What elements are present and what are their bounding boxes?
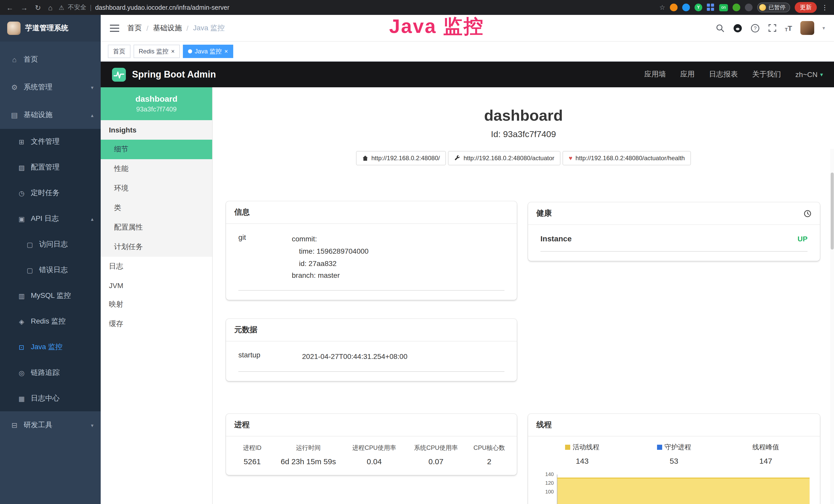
profile-paused-badge[interactable]: 已暂停 [757, 3, 790, 12]
tab-home[interactable]: 首页 [108, 45, 130, 58]
reload-icon[interactable]: ↻ [35, 3, 41, 12]
tab-redis-monitor[interactable]: Redis 监控 × [134, 45, 180, 58]
sidebar-item-config-manage[interactable]: ▨ 配置管理 [0, 155, 101, 180]
sba-nav-about[interactable]: 关于我们 [752, 70, 781, 79]
breadcrumb-current: Java 监控 [193, 23, 225, 32]
trace-menu-icon: ◎ [18, 369, 26, 377]
breadcrumb-home[interactable]: 首页 [127, 23, 142, 32]
sidebar-item-api-log[interactable]: ▣ API 日志 ▴ [0, 206, 101, 232]
git-commit-time: time: 1596289704000 [292, 246, 369, 258]
sidebar-item-access-log[interactable]: ▢ 访问日志 [0, 232, 101, 257]
house-icon [362, 155, 368, 161]
sidebar-item-redis-monitor[interactable]: ◈ Redis 监控 [0, 308, 101, 334]
threads-area-chart: 140 120 100 [536, 474, 812, 504]
extension-icon-dark[interactable] [745, 4, 752, 11]
breadcrumb-infra[interactable]: 基础设施 [153, 23, 182, 32]
extension-icon-grid[interactable] [707, 4, 715, 11]
security-label[interactable]: 不安全 [68, 3, 86, 12]
sba-language-select[interactable]: zh~CN ▾ [795, 70, 823, 78]
metadata-card-title: 元数据 [234, 325, 257, 335]
metadata-card: 元数据 startup 2021-04-27T00:44:31.254+08:0… [226, 319, 517, 381]
config-menu-icon: ▨ [18, 164, 26, 171]
sidebar-item-file-manage[interactable]: ⊞ 文件管理 [0, 129, 101, 155]
sidebar-item-java-monitor[interactable]: ⊡ Java 监控 [0, 334, 101, 360]
sba-nav-performance[interactable]: 性能 [101, 159, 212, 179]
extension-icon-orange[interactable] [670, 4, 678, 11]
status-badge: UP [797, 234, 808, 243]
sba-instance-header[interactable]: dashboard 93a3fc7f7409 [101, 87, 212, 120]
page-scrollbar[interactable] [830, 149, 834, 504]
help-icon[interactable]: ? [750, 23, 760, 32]
tab-java-monitor[interactable]: Java 监控 × [183, 45, 233, 58]
history-icon[interactable] [804, 209, 812, 217]
font-size-icon[interactable]: TT [785, 24, 792, 32]
y-tick-120: 120 [536, 480, 554, 486]
chevron-up-icon: ▴ [91, 112, 93, 118]
warning-icon: ⚠ [59, 4, 64, 11]
instance-page-id: Id: 93a3fc7f7409 [213, 130, 834, 140]
app-logo-row[interactable]: 芋道管理系统 [0, 15, 101, 42]
avatar-caret-icon[interactable]: ▾ [822, 25, 825, 31]
sba-nav-journal[interactable]: 日志报表 [709, 70, 738, 79]
github-icon[interactable] [733, 23, 742, 32]
close-icon[interactable]: × [224, 48, 228, 54]
instance-links: http://192.168.0.2:48080/ http://192.168… [213, 151, 834, 165]
health-card: 健康 Instance UP [528, 202, 820, 261]
sidebar-item-home[interactable]: ⌂ 首页 [0, 46, 101, 73]
sba-nav-caches[interactable]: 缓存 [101, 314, 212, 334]
url-text[interactable]: dashboard.yudao.iocoder.cn/infra/admin-s… [95, 4, 229, 11]
sba-nav-environment[interactable]: 环境 [101, 179, 212, 198]
close-icon[interactable]: × [171, 48, 175, 54]
chrome-update-button[interactable]: 更新 [795, 2, 817, 13]
extension-icon-blue-drop[interactable] [682, 4, 690, 11]
sba-nav-mappings[interactable]: 映射 [101, 295, 212, 314]
sidebar-item-error-log[interactable]: ▢ 错误日志 [0, 257, 101, 283]
extension-icon-leaf[interactable] [732, 4, 740, 11]
fullscreen-icon[interactable] [768, 24, 777, 32]
sba-nav-logs[interactable]: 日志 [101, 257, 212, 276]
sba-nav-jvm[interactable]: JVM [101, 276, 212, 295]
mysql-menu-icon: ▥ [18, 292, 26, 300]
health-link[interactable]: ♥ http://192.168.0.2:48080/actuator/heal… [563, 151, 691, 165]
sba-nav-classes[interactable]: 类 [101, 198, 212, 218]
scrollbar-thumb[interactable] [831, 173, 834, 250]
tags-view-bar: 首页 Redis 监控 × Java 监控 × [101, 42, 834, 62]
sba-sidebar: dashboard 93a3fc7f7409 Insights 细节 性能 环境… [101, 87, 213, 504]
sba-nav-scheduled-tasks[interactable]: 计划任务 [101, 237, 212, 257]
user-avatar[interactable] [800, 21, 814, 35]
sidebar-item-system-manage[interactable]: ⚙ 系统管理 ▾ [0, 73, 101, 101]
extension-icon-green-y[interactable]: Y [695, 4, 702, 11]
chevron-down-icon: ▾ [820, 71, 823, 78]
chrome-menu-icon[interactable]: ⋮ [821, 4, 828, 11]
bookmark-star-icon[interactable]: ☆ [659, 4, 665, 11]
system-cpu-usage: 系统CPU使用率 0.07 [405, 444, 467, 466]
sidebar-item-dev-tools[interactable]: ⊟ 研发工具 ▾ [0, 411, 101, 439]
address-bar[interactable]: ⚠ 不安全 | dashboard.yudao.iocoder.cn/infra… [59, 3, 229, 12]
forward-icon[interactable]: → [21, 3, 28, 12]
sba-brand-title[interactable]: Spring Boot Admin [132, 69, 216, 80]
threads-card: 线程 活动线程 143 守护进程 53 线程峰值 147 [528, 414, 820, 504]
metadata-startup-row: startup 2021-04-27T00:44:31.254+08:00 [238, 344, 504, 372]
search-icon[interactable] [716, 23, 725, 32]
doc-icon: ▢ [26, 266, 34, 274]
sba-nav-config-props[interactable]: 配置属性 [101, 218, 212, 237]
hamburger-icon[interactable] [110, 24, 119, 31]
sidebar-item-mysql-monitor[interactable]: ▥ MySQL 监控 [0, 283, 101, 308]
sba-nav-wallboard[interactable]: 应用墙 [644, 70, 666, 79]
sba-nav-applications[interactable]: 应用 [680, 70, 695, 79]
back-icon[interactable]: ← [6, 3, 13, 12]
y-tick-140: 140 [536, 472, 554, 477]
sidebar-item-trace[interactable]: ◎ 链路追踪 [0, 360, 101, 386]
sidebar-item-infrastructure[interactable]: ▤ 基础设施 ▴ [0, 101, 101, 129]
extension-icon-on-badge[interactable]: on [719, 4, 728, 11]
sidebar-item-scheduled-jobs[interactable]: ◷ 定时任务 [0, 180, 101, 206]
home-icon[interactable]: ⌂ [48, 3, 52, 12]
browser-chrome: ← → ↻ ⌂ ⚠ 不安全 | dashboard.yudao.iocoder.… [0, 0, 834, 15]
y-tick-100: 100 [536, 489, 554, 495]
instance-home-link[interactable]: http://192.168.0.2:48080/ [356, 151, 446, 165]
actuator-link[interactable]: http://192.168.0.2:48080/actuator [448, 151, 561, 165]
sba-nav-details[interactable]: 细节 [101, 140, 212, 159]
chevron-down-icon: ▾ [91, 85, 93, 90]
sidebar-item-log-center[interactable]: ▦ 日志中心 [0, 386, 101, 411]
process-card-title: 进程 [234, 420, 250, 430]
